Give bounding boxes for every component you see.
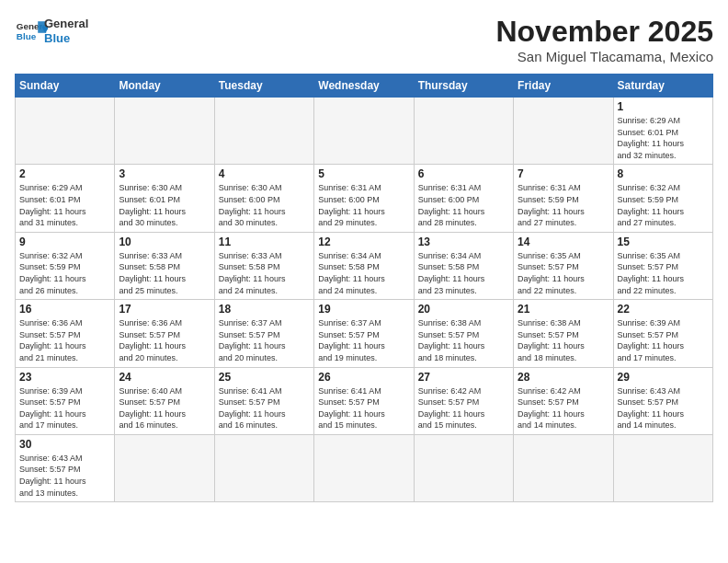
day-number: 5 bbox=[318, 167, 409, 180]
calendar-cell: 22Sunrise: 6:39 AM Sunset: 5:57 PM Dayli… bbox=[613, 300, 712, 367]
day-info: Sunrise: 6:34 AM Sunset: 5:58 PM Dayligh… bbox=[418, 250, 509, 296]
day-number: 26 bbox=[318, 371, 409, 384]
title-area: November 2025 San Miguel Tlacamama, Mexi… bbox=[495, 15, 713, 64]
calendar-cell bbox=[115, 434, 214, 501]
calendar-cell: 14Sunrise: 6:35 AM Sunset: 5:57 PM Dayli… bbox=[514, 232, 613, 299]
day-info: Sunrise: 6:39 AM Sunset: 5:57 PM Dayligh… bbox=[618, 317, 709, 363]
calendar-cell: 4Sunrise: 6:30 AM Sunset: 6:00 PM Daylig… bbox=[214, 165, 313, 232]
day-number: 24 bbox=[119, 371, 210, 384]
calendar-cell: 3Sunrise: 6:30 AM Sunset: 6:01 PM Daylig… bbox=[115, 165, 214, 232]
calendar-row-1: 1Sunrise: 6:29 AM Sunset: 6:01 PM Daylig… bbox=[16, 98, 713, 165]
day-info: Sunrise: 6:31 AM Sunset: 5:59 PM Dayligh… bbox=[518, 182, 609, 228]
calendar-cell: 28Sunrise: 6:42 AM Sunset: 5:57 PM Dayli… bbox=[514, 367, 613, 434]
day-number: 2 bbox=[19, 167, 110, 180]
day-number: 8 bbox=[618, 167, 709, 180]
calendar-cell: 25Sunrise: 6:41 AM Sunset: 5:57 PM Dayli… bbox=[214, 367, 313, 434]
calendar-cell: 26Sunrise: 6:41 AM Sunset: 5:57 PM Dayli… bbox=[314, 367, 414, 434]
calendar-cell bbox=[514, 434, 613, 501]
day-number: 18 bbox=[219, 303, 310, 316]
calendar-cell bbox=[414, 434, 513, 501]
day-info: Sunrise: 6:29 AM Sunset: 6:01 PM Dayligh… bbox=[618, 115, 709, 161]
calendar-cell bbox=[514, 98, 613, 165]
day-info: Sunrise: 6:42 AM Sunset: 5:57 PM Dayligh… bbox=[418, 385, 509, 431]
day-info: Sunrise: 6:32 AM Sunset: 5:59 PM Dayligh… bbox=[19, 250, 110, 296]
calendar-row-3: 9Sunrise: 6:32 AM Sunset: 5:59 PM Daylig… bbox=[16, 232, 713, 299]
day-info: Sunrise: 6:31 AM Sunset: 6:00 PM Dayligh… bbox=[318, 182, 409, 228]
day-number: 20 bbox=[418, 303, 509, 316]
calendar-cell: 9Sunrise: 6:32 AM Sunset: 5:59 PM Daylig… bbox=[16, 232, 115, 299]
day-info: Sunrise: 6:33 AM Sunset: 5:58 PM Dayligh… bbox=[219, 250, 310, 296]
day-number: 17 bbox=[119, 303, 210, 316]
calendar-cell: 16Sunrise: 6:36 AM Sunset: 5:57 PM Dayli… bbox=[16, 300, 115, 367]
day-info: Sunrise: 6:30 AM Sunset: 6:00 PM Dayligh… bbox=[219, 182, 310, 228]
month-title: November 2025 bbox=[495, 15, 713, 49]
day-info: Sunrise: 6:38 AM Sunset: 5:57 PM Dayligh… bbox=[418, 317, 509, 363]
day-number: 10 bbox=[119, 236, 210, 248]
weekday-header-sunday: Sunday bbox=[16, 75, 115, 98]
day-number: 13 bbox=[418, 236, 509, 248]
calendar-cell bbox=[613, 434, 712, 501]
header: General Blue General Blue November 2025 … bbox=[15, 15, 713, 64]
weekday-header-tuesday: Tuesday bbox=[214, 75, 313, 98]
weekday-header-monday: Monday bbox=[115, 75, 214, 98]
calendar-cell bbox=[314, 98, 414, 165]
calendar-cell: 19Sunrise: 6:37 AM Sunset: 5:57 PM Dayli… bbox=[314, 300, 414, 367]
calendar-cell: 11Sunrise: 6:33 AM Sunset: 5:58 PM Dayli… bbox=[214, 232, 313, 299]
calendar-cell: 23Sunrise: 6:39 AM Sunset: 5:57 PM Dayli… bbox=[16, 367, 115, 434]
day-number: 3 bbox=[119, 167, 210, 180]
weekday-header-thursday: Thursday bbox=[414, 75, 513, 98]
calendar-cell: 18Sunrise: 6:37 AM Sunset: 5:57 PM Dayli… bbox=[214, 300, 313, 367]
calendar-cell: 7Sunrise: 6:31 AM Sunset: 5:59 PM Daylig… bbox=[514, 165, 613, 232]
day-info: Sunrise: 6:34 AM Sunset: 5:58 PM Dayligh… bbox=[318, 250, 409, 296]
calendar-cell: 12Sunrise: 6:34 AM Sunset: 5:58 PM Dayli… bbox=[314, 232, 414, 299]
calendar-cell bbox=[214, 98, 313, 165]
weekday-header-row: SundayMondayTuesdayWednesdayThursdayFrid… bbox=[16, 75, 713, 98]
calendar-cell: 29Sunrise: 6:43 AM Sunset: 5:57 PM Dayli… bbox=[613, 367, 712, 434]
day-info: Sunrise: 6:32 AM Sunset: 5:59 PM Dayligh… bbox=[618, 182, 709, 228]
calendar-cell: 10Sunrise: 6:33 AM Sunset: 5:58 PM Dayli… bbox=[115, 232, 214, 299]
calendar-cell bbox=[214, 434, 313, 501]
day-number: 4 bbox=[219, 167, 310, 180]
calendar: SundayMondayTuesdayWednesdayThursdayFrid… bbox=[15, 74, 713, 502]
day-number: 19 bbox=[318, 303, 409, 316]
logo-icon: General Blue bbox=[15, 15, 48, 48]
calendar-cell: 8Sunrise: 6:32 AM Sunset: 5:59 PM Daylig… bbox=[613, 165, 712, 232]
calendar-cell: 24Sunrise: 6:40 AM Sunset: 5:57 PM Dayli… bbox=[115, 367, 214, 434]
day-number: 28 bbox=[518, 371, 609, 384]
day-info: Sunrise: 6:36 AM Sunset: 5:57 PM Dayligh… bbox=[119, 317, 210, 363]
day-info: Sunrise: 6:40 AM Sunset: 5:57 PM Dayligh… bbox=[119, 385, 210, 431]
calendar-row-4: 16Sunrise: 6:36 AM Sunset: 5:57 PM Dayli… bbox=[16, 300, 713, 367]
day-info: Sunrise: 6:33 AM Sunset: 5:58 PM Dayligh… bbox=[119, 250, 210, 296]
calendar-cell bbox=[314, 434, 414, 501]
calendar-cell: 27Sunrise: 6:42 AM Sunset: 5:57 PM Dayli… bbox=[414, 367, 513, 434]
day-number: 7 bbox=[518, 167, 609, 180]
calendar-cell: 2Sunrise: 6:29 AM Sunset: 6:01 PM Daylig… bbox=[16, 165, 115, 232]
day-info: Sunrise: 6:37 AM Sunset: 5:57 PM Dayligh… bbox=[318, 317, 409, 363]
day-number: 15 bbox=[618, 236, 709, 248]
calendar-cell bbox=[414, 98, 513, 165]
day-number: 1 bbox=[618, 100, 709, 113]
calendar-row-5: 23Sunrise: 6:39 AM Sunset: 5:57 PM Dayli… bbox=[16, 367, 713, 434]
svg-text:Blue: Blue bbox=[17, 31, 37, 41]
day-info: Sunrise: 6:30 AM Sunset: 6:01 PM Dayligh… bbox=[119, 182, 210, 228]
calendar-cell bbox=[115, 98, 214, 165]
day-number: 25 bbox=[219, 371, 310, 384]
day-number: 16 bbox=[19, 303, 110, 316]
calendar-cell: 13Sunrise: 6:34 AM Sunset: 5:58 PM Dayli… bbox=[414, 232, 513, 299]
logo-general: General bbox=[44, 17, 88, 31]
day-info: Sunrise: 6:43 AM Sunset: 5:57 PM Dayligh… bbox=[618, 385, 709, 431]
calendar-cell: 30Sunrise: 6:43 AM Sunset: 5:57 PM Dayli… bbox=[16, 434, 115, 501]
day-number: 12 bbox=[318, 236, 409, 248]
day-info: Sunrise: 6:43 AM Sunset: 5:57 PM Dayligh… bbox=[19, 453, 110, 499]
logo-blue: Blue bbox=[44, 31, 88, 46]
calendar-cell: 1Sunrise: 6:29 AM Sunset: 6:01 PM Daylig… bbox=[613, 98, 712, 165]
day-number: 14 bbox=[518, 236, 609, 248]
day-number: 9 bbox=[19, 236, 110, 248]
calendar-cell: 6Sunrise: 6:31 AM Sunset: 6:00 PM Daylig… bbox=[414, 165, 513, 232]
calendar-cell: 21Sunrise: 6:38 AM Sunset: 5:57 PM Dayli… bbox=[514, 300, 613, 367]
day-info: Sunrise: 6:38 AM Sunset: 5:57 PM Dayligh… bbox=[518, 317, 609, 363]
day-number: 27 bbox=[418, 371, 509, 384]
calendar-row-6: 30Sunrise: 6:43 AM Sunset: 5:57 PM Dayli… bbox=[16, 434, 713, 501]
day-info: Sunrise: 6:31 AM Sunset: 6:00 PM Dayligh… bbox=[418, 182, 509, 228]
calendar-cell bbox=[16, 98, 115, 165]
